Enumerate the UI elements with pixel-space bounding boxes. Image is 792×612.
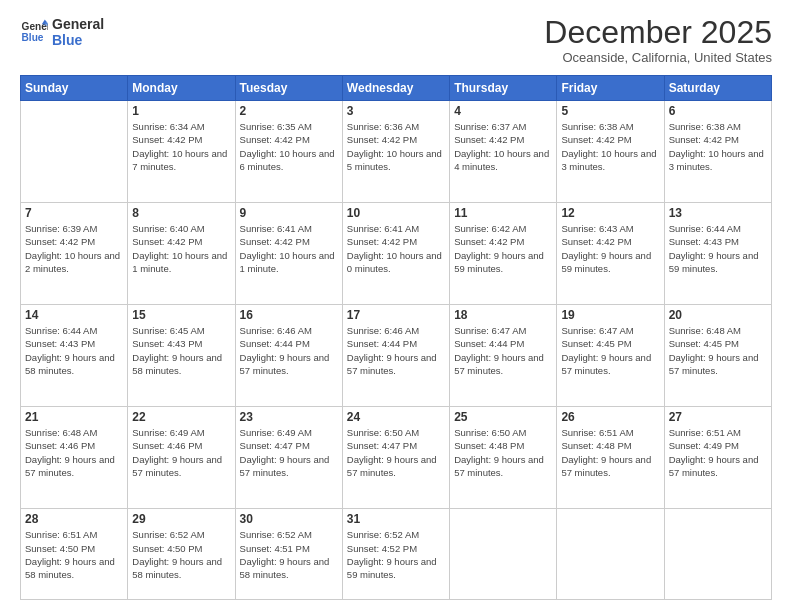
day-info: Sunrise: 6:43 AMSunset: 4:42 PMDaylight:…: [561, 222, 659, 275]
day-info: Sunrise: 6:50 AMSunset: 4:48 PMDaylight:…: [454, 426, 552, 479]
day-info: Sunrise: 6:37 AMSunset: 4:42 PMDaylight:…: [454, 120, 552, 173]
day-number: 20: [669, 308, 767, 322]
calendar-cell: [450, 509, 557, 600]
day-number: 9: [240, 206, 338, 220]
weekday-header-wednesday: Wednesday: [342, 76, 449, 101]
day-info: Sunrise: 6:47 AMSunset: 4:44 PMDaylight:…: [454, 324, 552, 377]
calendar-body: 1Sunrise: 6:34 AMSunset: 4:42 PMDaylight…: [21, 101, 772, 600]
calendar-cell: 27Sunrise: 6:51 AMSunset: 4:49 PMDayligh…: [664, 407, 771, 509]
calendar-cell: 13Sunrise: 6:44 AMSunset: 4:43 PMDayligh…: [664, 203, 771, 305]
day-info: Sunrise: 6:45 AMSunset: 4:43 PMDaylight:…: [132, 324, 230, 377]
day-number: 23: [240, 410, 338, 424]
weekday-header-sunday: Sunday: [21, 76, 128, 101]
day-info: Sunrise: 6:48 AMSunset: 4:45 PMDaylight:…: [669, 324, 767, 377]
calendar-cell: 9Sunrise: 6:41 AMSunset: 4:42 PMDaylight…: [235, 203, 342, 305]
title-section: December 2025 Oceanside, California, Uni…: [544, 16, 772, 65]
calendar-cell: 21Sunrise: 6:48 AMSunset: 4:46 PMDayligh…: [21, 407, 128, 509]
day-number: 10: [347, 206, 445, 220]
weekday-header-friday: Friday: [557, 76, 664, 101]
calendar-cell: 8Sunrise: 6:40 AMSunset: 4:42 PMDaylight…: [128, 203, 235, 305]
day-info: Sunrise: 6:47 AMSunset: 4:45 PMDaylight:…: [561, 324, 659, 377]
calendar-cell: 15Sunrise: 6:45 AMSunset: 4:43 PMDayligh…: [128, 305, 235, 407]
day-number: 26: [561, 410, 659, 424]
calendar-cell: 23Sunrise: 6:49 AMSunset: 4:47 PMDayligh…: [235, 407, 342, 509]
weekday-header-tuesday: Tuesday: [235, 76, 342, 101]
calendar-cell: 30Sunrise: 6:52 AMSunset: 4:51 PMDayligh…: [235, 509, 342, 600]
calendar-cell: 5Sunrise: 6:38 AMSunset: 4:42 PMDaylight…: [557, 101, 664, 203]
calendar-cell: 11Sunrise: 6:42 AMSunset: 4:42 PMDayligh…: [450, 203, 557, 305]
weekday-header-thursday: Thursday: [450, 76, 557, 101]
day-number: 13: [669, 206, 767, 220]
day-info: Sunrise: 6:51 AMSunset: 4:48 PMDaylight:…: [561, 426, 659, 479]
day-number: 12: [561, 206, 659, 220]
day-number: 27: [669, 410, 767, 424]
day-number: 21: [25, 410, 123, 424]
month-title: December 2025: [544, 16, 772, 48]
day-info: Sunrise: 6:51 AMSunset: 4:50 PMDaylight:…: [25, 528, 123, 581]
calendar-cell: 2Sunrise: 6:35 AMSunset: 4:42 PMDaylight…: [235, 101, 342, 203]
logo: General Blue General Blue: [20, 16, 104, 48]
day-number: 1: [132, 104, 230, 118]
week-row-1: 1Sunrise: 6:34 AMSunset: 4:42 PMDaylight…: [21, 101, 772, 203]
day-info: Sunrise: 6:49 AMSunset: 4:47 PMDaylight:…: [240, 426, 338, 479]
day-number: 16: [240, 308, 338, 322]
calendar-cell: 28Sunrise: 6:51 AMSunset: 4:50 PMDayligh…: [21, 509, 128, 600]
calendar-cell: 20Sunrise: 6:48 AMSunset: 4:45 PMDayligh…: [664, 305, 771, 407]
calendar-cell: 18Sunrise: 6:47 AMSunset: 4:44 PMDayligh…: [450, 305, 557, 407]
day-number: 2: [240, 104, 338, 118]
day-number: 24: [347, 410, 445, 424]
calendar-cell: 19Sunrise: 6:47 AMSunset: 4:45 PMDayligh…: [557, 305, 664, 407]
calendar-cell: 25Sunrise: 6:50 AMSunset: 4:48 PMDayligh…: [450, 407, 557, 509]
day-number: 11: [454, 206, 552, 220]
logo-icon: General Blue: [20, 18, 48, 46]
header: General Blue General Blue December 2025 …: [20, 16, 772, 65]
day-number: 25: [454, 410, 552, 424]
day-info: Sunrise: 6:36 AMSunset: 4:42 PMDaylight:…: [347, 120, 445, 173]
page: General Blue General Blue December 2025 …: [0, 0, 792, 612]
calendar-table: SundayMondayTuesdayWednesdayThursdayFrid…: [20, 75, 772, 600]
day-number: 4: [454, 104, 552, 118]
day-info: Sunrise: 6:52 AMSunset: 4:52 PMDaylight:…: [347, 528, 445, 581]
day-number: 19: [561, 308, 659, 322]
day-number: 5: [561, 104, 659, 118]
day-number: 18: [454, 308, 552, 322]
day-info: Sunrise: 6:52 AMSunset: 4:51 PMDaylight:…: [240, 528, 338, 581]
day-info: Sunrise: 6:49 AMSunset: 4:46 PMDaylight:…: [132, 426, 230, 479]
day-info: Sunrise: 6:50 AMSunset: 4:47 PMDaylight:…: [347, 426, 445, 479]
day-info: Sunrise: 6:41 AMSunset: 4:42 PMDaylight:…: [240, 222, 338, 275]
day-info: Sunrise: 6:42 AMSunset: 4:42 PMDaylight:…: [454, 222, 552, 275]
svg-text:Blue: Blue: [22, 32, 44, 43]
day-info: Sunrise: 6:38 AMSunset: 4:42 PMDaylight:…: [669, 120, 767, 173]
day-number: 14: [25, 308, 123, 322]
calendar-cell: 1Sunrise: 6:34 AMSunset: 4:42 PMDaylight…: [128, 101, 235, 203]
calendar-cell: 12Sunrise: 6:43 AMSunset: 4:42 PMDayligh…: [557, 203, 664, 305]
day-number: 22: [132, 410, 230, 424]
day-info: Sunrise: 6:39 AMSunset: 4:42 PMDaylight:…: [25, 222, 123, 275]
day-info: Sunrise: 6:51 AMSunset: 4:49 PMDaylight:…: [669, 426, 767, 479]
calendar-cell: 6Sunrise: 6:38 AMSunset: 4:42 PMDaylight…: [664, 101, 771, 203]
calendar-cell: 4Sunrise: 6:37 AMSunset: 4:42 PMDaylight…: [450, 101, 557, 203]
calendar-cell: 3Sunrise: 6:36 AMSunset: 4:42 PMDaylight…: [342, 101, 449, 203]
day-info: Sunrise: 6:40 AMSunset: 4:42 PMDaylight:…: [132, 222, 230, 275]
calendar-cell: 24Sunrise: 6:50 AMSunset: 4:47 PMDayligh…: [342, 407, 449, 509]
logo-blue: Blue: [52, 32, 104, 48]
day-info: Sunrise: 6:44 AMSunset: 4:43 PMDaylight:…: [25, 324, 123, 377]
day-info: Sunrise: 6:34 AMSunset: 4:42 PMDaylight:…: [132, 120, 230, 173]
day-info: Sunrise: 6:46 AMSunset: 4:44 PMDaylight:…: [347, 324, 445, 377]
calendar-cell: 7Sunrise: 6:39 AMSunset: 4:42 PMDaylight…: [21, 203, 128, 305]
calendar-cell: 31Sunrise: 6:52 AMSunset: 4:52 PMDayligh…: [342, 509, 449, 600]
day-number: 30: [240, 512, 338, 526]
day-number: 15: [132, 308, 230, 322]
weekday-header-saturday: Saturday: [664, 76, 771, 101]
day-number: 7: [25, 206, 123, 220]
logo-general: General: [52, 16, 104, 32]
calendar-cell: 22Sunrise: 6:49 AMSunset: 4:46 PMDayligh…: [128, 407, 235, 509]
weekday-header-row: SundayMondayTuesdayWednesdayThursdayFrid…: [21, 76, 772, 101]
calendar-cell: 17Sunrise: 6:46 AMSunset: 4:44 PMDayligh…: [342, 305, 449, 407]
week-row-3: 14Sunrise: 6:44 AMSunset: 4:43 PMDayligh…: [21, 305, 772, 407]
week-row-4: 21Sunrise: 6:48 AMSunset: 4:46 PMDayligh…: [21, 407, 772, 509]
weekday-header-monday: Monday: [128, 76, 235, 101]
calendar-cell: 29Sunrise: 6:52 AMSunset: 4:50 PMDayligh…: [128, 509, 235, 600]
calendar-cell: 14Sunrise: 6:44 AMSunset: 4:43 PMDayligh…: [21, 305, 128, 407]
day-number: 29: [132, 512, 230, 526]
